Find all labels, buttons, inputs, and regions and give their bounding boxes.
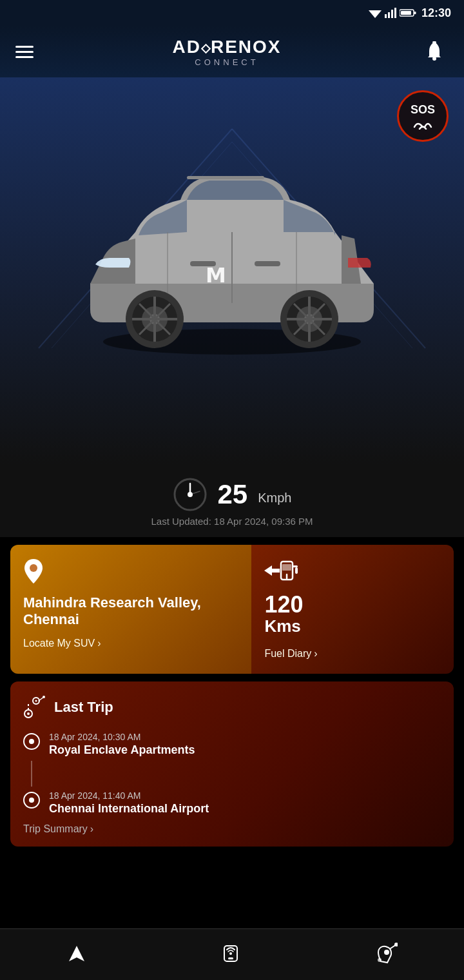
time-display: 12:30: [421, 6, 451, 20]
trip-header: Last Trip: [23, 696, 441, 719]
sos-button[interactable]: SOS: [397, 90, 449, 142]
suv-illustration: 𝗠: [52, 116, 412, 361]
last-updated-text: Last Updated: 18 Apr 2024, 09:36 PM: [151, 516, 313, 527]
nav-trips-button[interactable]: [374, 942, 398, 965]
trip-dot-1: [23, 733, 40, 750]
svg-point-60: [384, 950, 389, 955]
svg-rect-8: [432, 41, 436, 43]
fuel-amount: 120: [264, 591, 303, 618]
sos-label: SOS: [411, 103, 435, 117]
location-icon: [23, 559, 238, 588]
svg-rect-1: [385, 14, 387, 18]
svg-point-9: [432, 57, 436, 61]
trips-icon: [374, 942, 398, 965]
notification-bell-button[interactable]: [420, 37, 449, 66]
speed-row: 25 Kmph: [173, 477, 292, 512]
wifi-icon: [369, 8, 382, 18]
trip-entry-2: 18 Apr 2024, 11:40 AM Chennai Internatio…: [23, 790, 441, 816]
trip-summary-link[interactable]: Trip Summary ›: [23, 823, 441, 835]
svg-text:𝗠: 𝗠: [206, 264, 226, 287]
logo-text: ADRENOX: [172, 37, 281, 57]
svg-rect-46: [282, 564, 291, 571]
svg-rect-7: [401, 11, 411, 15]
svg-rect-40: [187, 176, 264, 179]
nav-remote-button[interactable]: [220, 942, 241, 965]
bottom-navigation: [0, 928, 464, 980]
hero-section: SOS: [0, 77, 464, 464]
location-card[interactable]: Mahindra Research Valley, Chennai Locate…: [10, 545, 251, 674]
fuel-icon: [264, 559, 441, 587]
navigate-icon: [66, 943, 87, 964]
car-image: 𝗠: [52, 116, 412, 361]
trip-route-icon: [23, 696, 46, 719]
svg-point-42: [188, 492, 193, 497]
logo-subtext: CONNECT: [172, 57, 281, 67]
nav-navigate-button[interactable]: [66, 943, 87, 964]
trip-connector-line: [31, 761, 32, 787]
fuel-unit: Kms: [264, 616, 300, 636]
trip-dot-2: [23, 792, 40, 808]
svg-rect-47: [293, 565, 298, 567]
locate-suv-link[interactable]: Locate My SUV ›: [23, 638, 238, 649]
last-trip-card: Last Trip 18 Apr 2024, 10:30 AM Royal En…: [10, 681, 454, 847]
svg-point-55: [43, 696, 45, 698]
menu-button[interactable]: [15, 46, 34, 58]
app-logo: ADRENOX CONNECT: [172, 37, 281, 67]
svg-point-51: [27, 712, 30, 715]
info-cards-row: Mahindra Research Valley, Chennai Locate…: [10, 545, 454, 674]
status-bar: 12:30: [0, 0, 464, 26]
sos-signal-icon: [413, 118, 432, 130]
app-header: ADRENOX CONNECT: [0, 26, 464, 77]
trip-1-place: Royal Enclave Apartments: [49, 743, 195, 757]
trip-entry-1: 18 Apr 2024, 10:30 AM Royal Enclave Apar…: [23, 732, 441, 757]
svg-rect-59: [228, 957, 233, 959]
signal-icon: [385, 8, 396, 18]
svg-point-61: [378, 958, 382, 962]
svg-rect-4: [394, 8, 396, 18]
svg-rect-2: [388, 12, 390, 18]
trip-2-time: 18 Apr 2024, 11:40 AM: [49, 790, 209, 801]
svg-marker-56: [69, 946, 84, 961]
speed-unit: Kmph: [258, 491, 291, 505]
svg-rect-3: [391, 10, 393, 18]
svg-point-43: [30, 564, 37, 572]
speed-value: 25: [218, 479, 248, 510]
trip-1-time: 18 Apr 2024, 10:30 AM: [49, 732, 195, 742]
remote-control-icon: [220, 942, 241, 965]
svg-point-54: [35, 700, 37, 702]
fuel-station-icon: [264, 559, 298, 582]
svg-point-58: [229, 952, 232, 955]
bell-icon: [424, 41, 445, 63]
location-name: Mahindra Research Valley, Chennai: [23, 594, 238, 629]
fuel-card[interactable]: 120 Kms Fuel Diary ›: [251, 545, 454, 674]
status-icons: [369, 8, 416, 18]
speedometer-icon: [173, 477, 208, 512]
speed-section: 25 Kmph Last Updated: 18 Apr 2024, 09:36…: [0, 464, 464, 537]
svg-rect-6: [414, 12, 416, 14]
svg-rect-48: [295, 567, 298, 574]
trip-header-label: Last Trip: [54, 699, 113, 716]
fuel-diary-link[interactable]: Fuel Diary ›: [264, 648, 441, 660]
battery-icon: [400, 8, 416, 17]
trip-2-place: Chennai International Airport: [49, 802, 209, 816]
svg-marker-44: [264, 565, 280, 576]
svg-rect-20: [255, 261, 280, 266]
svg-marker-0: [369, 10, 382, 18]
pin-icon: [23, 559, 44, 583]
